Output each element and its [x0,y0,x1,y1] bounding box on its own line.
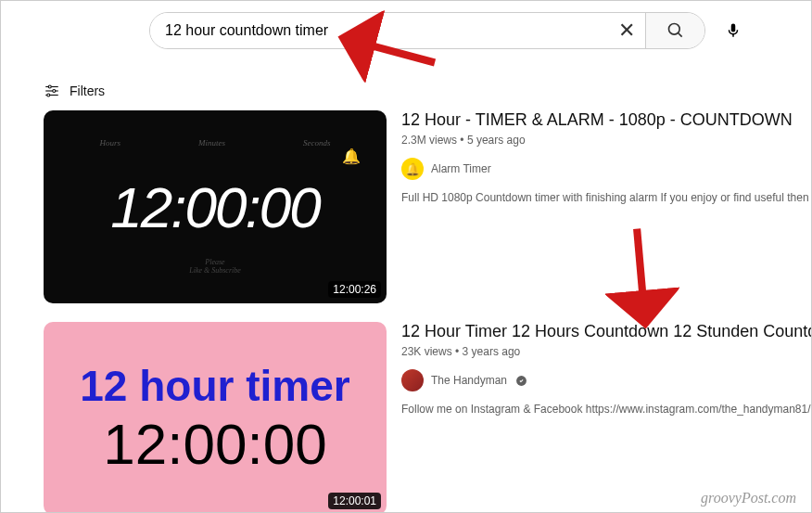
video-thumbnail[interactable]: 12 hour timer 12:00:00 12:00:01 [44,322,387,513]
thumb-time: 12:00:00 [103,411,326,477]
results-list: Hours Minutes Seconds 🔔 12:00:00 Please … [1,110,811,513]
video-info: 12 Hour - TIMER & ALARM - 1080p - COUNTD… [401,110,811,303]
thumb-time: 12:00:00 [110,174,319,240]
search-icon [666,21,685,40]
video-title[interactable]: 12 Hour Timer 12 Hours Countdown 12 Stun… [401,322,811,341]
channel-name: The Handyman [431,374,507,387]
filters-icon [44,83,60,99]
video-description: Full HD 1080p Countdown timer with finis… [401,191,811,204]
verified-icon [514,374,527,387]
svg-point-5 [53,90,56,93]
search-input[interactable] [150,13,608,48]
svg-point-3 [48,85,51,88]
bell-icon: 🔔 [342,147,361,165]
filters-label: Filters [70,83,105,98]
channel-avatar: 🔔 [401,158,424,180]
video-result[interactable]: Hours Minutes Seconds 🔔 12:00:00 Please … [44,110,811,303]
thumb-subtext: Please Like & Subscribe [189,258,241,276]
voice-search-button[interactable] [715,12,752,49]
channel-name: Alarm Timer [431,162,491,175]
filters-button[interactable]: Filters [44,83,105,99]
search-container: ✕ [149,12,705,49]
close-icon: ✕ [618,19,635,43]
video-meta: 23K views • 3 years ago [401,345,811,358]
video-thumbnail[interactable]: Hours Minutes Seconds 🔔 12:00:00 Please … [44,110,387,303]
channel-avatar [401,369,424,391]
svg-point-7 [47,94,50,96]
channel-row[interactable]: The Handyman [401,369,811,391]
svg-point-0 [668,24,679,35]
watermark: groovyPost.com [701,490,796,507]
video-description: Follow me on Instagram & Facebook https:… [401,403,811,416]
filters-row: Filters [1,57,811,110]
thumb-labels: Hours Minutes Seconds [61,138,370,147]
channel-row[interactable]: 🔔 Alarm Timer [401,158,811,180]
video-meta: 2.3M views • 5 years ago [401,134,811,147]
video-info: 12 Hour Timer 12 Hours Countdown 12 Stun… [401,322,811,513]
search-button[interactable] [645,12,704,49]
microphone-icon [725,22,742,39]
svg-line-1 [678,33,681,37]
video-duration: 12:00:01 [328,493,381,509]
video-result[interactable]: 12 hour timer 12:00:00 12:00:01 12 Hour … [44,322,811,513]
thumb-title: 12 hour timer [80,361,349,411]
clear-search-button[interactable]: ✕ [608,12,645,49]
video-duration: 12:00:26 [328,281,381,298]
video-title[interactable]: 12 Hour - TIMER & ALARM - 1080p - COUNTD… [401,110,811,130]
search-bar: ✕ [1,1,811,57]
